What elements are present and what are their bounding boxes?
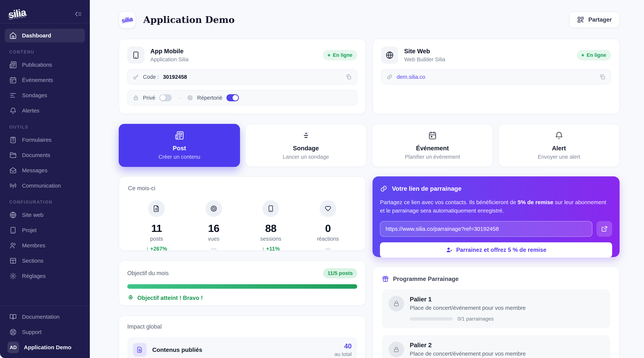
copy-code-button[interactable] <box>346 74 352 80</box>
card-subtitle: Web Builder Silia <box>404 56 445 63</box>
global-impact-card: Impact global Contenus publiés 40 au tot… <box>119 316 366 358</box>
referral-discount-highlight: 5% de remise <box>518 199 554 205</box>
share-button[interactable]: Partager <box>569 11 620 28</box>
code-label: Code : <box>143 74 159 80</box>
stat-delta: — <box>300 246 357 252</box>
stat-delta: ↑ +267% <box>128 246 185 252</box>
sidebar-nav: Dashboard CONTENU Publications Événement… <box>0 23 90 306</box>
sidebar: silia Dashboard CONTENU Publications Évé… <box>0 0 90 358</box>
referral-url-input[interactable] <box>380 221 592 237</box>
private-label: Privé <box>143 95 155 101</box>
lock-icon <box>133 95 139 101</box>
sidebar-item-support[interactable]: Support <box>5 325 85 339</box>
impact-title: Impact global <box>127 323 357 330</box>
goal-badge: 11/5 posts <box>323 268 357 278</box>
bell-icon <box>554 131 564 140</box>
action-card-sondage[interactable]: Sondage Lancer un sondage <box>245 124 366 167</box>
tier-name: Palier 2 <box>410 342 526 349</box>
sidebar-item-label: Dashboard <box>22 32 51 39</box>
sidebar-item-documentation[interactable]: Documentation <box>5 310 85 324</box>
month-stats-card: Ce mois-ci 11 posts ↑ +267% 16 vues <box>119 176 366 251</box>
sidebar-item-communication[interactable]: Communication <box>5 179 85 193</box>
book-open-icon <box>9 313 17 321</box>
site-web-card: Site Web Web Builder Silia En ligne dem.… <box>372 39 620 114</box>
referral-header: Votre lien de parrainage <box>380 185 612 192</box>
goal-message-text: Objectif atteint ! Bravo ! <box>137 295 203 301</box>
stat-sessions: 88 sessions ↑ +11% <box>242 200 300 252</box>
stat-value: 0 <box>300 222 357 234</box>
impact-row-unit: au total <box>334 351 352 357</box>
action-card-evenement[interactable]: Événement Planifier un événement <box>372 124 493 167</box>
sidebar-item-sections[interactable]: Sections <box>5 254 85 268</box>
right-column: Votre lien de parrainage Partagez ce lie… <box>372 176 620 358</box>
sidebar-item-label: Documentation <box>22 314 60 320</box>
referral-url-row <box>380 221 612 237</box>
sidebar-item-label: Membres <box>22 242 45 249</box>
heart-icon <box>320 200 336 217</box>
sidebar-item-evenements[interactable]: Événements <box>5 73 85 87</box>
sidebar-item-projet[interactable]: Projet <box>5 223 85 237</box>
stat-label: vues <box>185 236 242 242</box>
goal-progress-fill <box>127 284 357 289</box>
sidebar-item-label: Projet <box>22 227 36 233</box>
sidebar-item-formulaires[interactable]: Formulaires <box>5 133 85 147</box>
smartphone-icon <box>262 200 279 217</box>
dashboard-columns: Ce mois-ci 11 posts ↑ +267% 16 vues <box>119 176 620 358</box>
sidebar-item-messages[interactable]: Messages <box>5 164 85 177</box>
link-icon <box>387 74 392 80</box>
action-card-alert[interactable]: Alert Envoyer une alert <box>498 124 620 167</box>
stat-value: 88 <box>242 222 300 234</box>
action-title: Sondage <box>293 145 319 152</box>
site-url-field: dem.silia.co <box>381 69 611 84</box>
sidebar-item-membres[interactable]: Membres <box>5 239 85 252</box>
status-label: En ligne <box>586 52 606 58</box>
calendar-icon <box>9 76 17 84</box>
sidebar-item-reglages[interactable]: Réglages <box>5 269 85 283</box>
sidebar-section-contenu: CONTENU <box>9 49 85 54</box>
link-icon <box>380 185 388 192</box>
gift-icon <box>382 275 389 282</box>
user-plus-icon <box>446 247 452 253</box>
action-subtitle: Lancer un sondage <box>283 154 329 160</box>
open-referral-link-button[interactable] <box>596 221 612 237</box>
sidebar-item-label: Sections <box>22 258 44 264</box>
sidebar-item-site-web[interactable]: Site web <box>5 208 85 222</box>
site-url-link[interactable]: dem.silia.co <box>397 74 425 80</box>
sidebar-item-documents[interactable]: Documents <box>5 148 85 162</box>
stat-label: réactions <box>300 236 357 242</box>
smartphone-icon <box>127 46 144 64</box>
file-text-icon <box>148 200 165 217</box>
users-icon <box>9 242 17 249</box>
sidebar-item-label: Messages <box>22 167 48 174</box>
sidebar-item-label: Formulaires <box>22 137 52 143</box>
sidebar-item-publications[interactable]: Publications <box>5 58 85 72</box>
tier-name: Palier 1 <box>410 296 526 303</box>
gear-icon <box>9 272 17 280</box>
action-card-post[interactable]: Post Créer un contenu <box>119 124 240 167</box>
tier-2-row: Palier 2 Place de concert/événement pour… <box>382 335 610 358</box>
share-button-label: Partager <box>588 16 612 23</box>
sidebar-item-label: Réglages <box>22 273 46 279</box>
collapse-sidebar-icon[interactable] <box>74 10 82 18</box>
stat-vues: 16 vues — <box>185 200 242 252</box>
sidebar-item-dashboard[interactable]: Dashboard <box>5 29 85 42</box>
app-window: silia Dashboard CONTENU Publications Évé… <box>0 0 644 358</box>
tier-description: Place de concert/événement pour vos memb… <box>410 351 526 357</box>
tier-progress-row: 0/1 parrainages <box>410 316 526 322</box>
stat-value: 11 <box>128 222 185 234</box>
sidebar-item-alertes[interactable]: Alertes <box>5 104 85 117</box>
tier-progress-track <box>410 317 453 321</box>
month-card-title: Ce mois-ci <box>128 185 356 192</box>
referral-cta-button[interactable]: Parrainez et offrez 5 % de remise <box>380 242 612 258</box>
listed-toggle[interactable] <box>226 94 239 101</box>
main-content: silia Application Demo Partager App Mobi… <box>90 0 644 358</box>
private-toggle[interactable] <box>159 94 172 101</box>
sidebar-item-label: Documents <box>22 152 50 158</box>
page-title: Application Demo <box>143 14 234 25</box>
referral-title: Votre lien de parrainage <box>392 185 462 192</box>
tier-progress-label: 0/1 parrainages <box>458 316 494 322</box>
online-dot-icon <box>582 54 584 56</box>
sidebar-item-sondages[interactable]: Sondages <box>5 88 85 102</box>
copy-url-button[interactable] <box>600 74 606 80</box>
workspace-profile[interactable]: AD Application Demo <box>5 342 85 353</box>
